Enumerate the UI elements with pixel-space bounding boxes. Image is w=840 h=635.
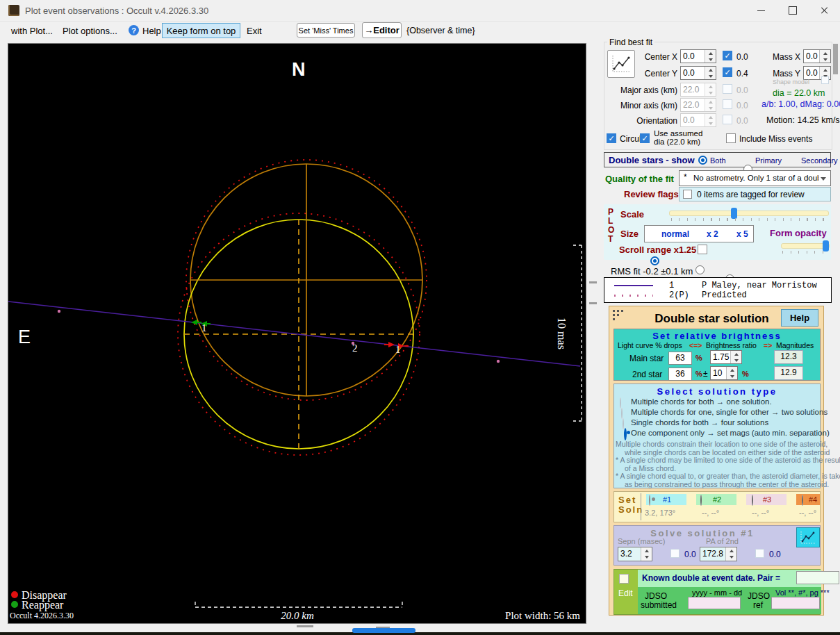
center-y-spinner[interactable]: 0.0 — [680, 66, 716, 80]
orientation-checkbox — [723, 115, 732, 124]
scale-slider-track[interactable] — [669, 211, 829, 216]
chord2-name: Predicted — [702, 290, 747, 300]
scale-label: Scale — [620, 209, 644, 220]
quality-dropdown[interactable]: * No astrometry. Only 1 star of a double — [679, 170, 831, 186]
edit-checkbox[interactable] — [619, 574, 629, 584]
second-star-pct-input[interactable]: 36 — [668, 368, 692, 381]
pa-spinner[interactable]: 172.8 — [700, 547, 737, 561]
plot-vscroll-mark[interactable] — [589, 302, 597, 304]
pa-fix-checkbox[interactable] — [755, 549, 764, 558]
arrow-both-icon: <=> — [689, 341, 702, 349]
window-title: Plot event observations : Occult v.4.202… — [25, 6, 208, 16]
reappear-legend-dot — [11, 601, 18, 608]
tolerance-spinner[interactable]: 10 — [710, 366, 738, 380]
plot-hscroll-mark[interactable] — [297, 625, 313, 627]
soln4-radio[interactable] — [802, 495, 803, 506]
chevron-down-icon — [821, 177, 826, 181]
plot-area[interactable]: 1 2 1 N E 10 mas 20.0 km Plot width: 56 … — [8, 44, 586, 623]
spinner-arrows-icon[interactable] — [726, 367, 737, 379]
brightness-title: Set relative brightness — [616, 331, 818, 341]
pair-input[interactable] — [796, 571, 839, 584]
menu-exit[interactable]: Exit — [247, 26, 262, 36]
solution-type-title: Select solution type — [616, 386, 818, 397]
radio-primary-label: Primary — [755, 156, 782, 165]
main-pct-sign: % — [695, 354, 702, 362]
circular-checkbox[interactable] — [607, 133, 616, 143]
shape-model-checkbox[interactable] — [821, 76, 829, 84]
size-x2-radio[interactable] — [695, 265, 705, 274]
soln3-radio[interactable] — [752, 495, 753, 506]
radio-both-label: Both — [710, 156, 726, 165]
jdso-submitted-input[interactable] — [688, 597, 741, 609]
spinner-arrows-icon[interactable] — [725, 547, 736, 561]
soltype-radio-2[interactable] — [621, 408, 623, 419]
note-line: Multiple chords constrain their location… — [616, 440, 818, 449]
soltype-radio-4[interactable] — [624, 428, 627, 440]
spinner-arrows-icon[interactable] — [705, 50, 716, 63]
panel-scrollbar-thumb[interactable] — [833, 44, 838, 74]
spinner-arrows-icon[interactable] — [705, 67, 716, 79]
close-button[interactable] — [808, 0, 840, 21]
ratio-spinner[interactable]: 1.75 — [710, 350, 742, 364]
size-x5-label: x 5 — [736, 229, 748, 239]
center-y-checkbox[interactable] — [723, 67, 732, 77]
soln2-radio[interactable] — [700, 495, 702, 506]
minor-axis-label: Minor axis (km) — [618, 101, 677, 110]
soltype-radio-1[interactable] — [620, 397, 621, 409]
soltype-label-1: Multiple chords for both → one solution. — [631, 397, 772, 406]
solution-type-panel: Select solution type Multiple chords for… — [613, 384, 821, 488]
main-star-pct-input[interactable]: 63 — [668, 352, 692, 365]
radio-both[interactable] — [698, 156, 707, 165]
use-assumed-checkbox[interactable] — [640, 133, 650, 143]
keep-form-on-top-button[interactable]: Keep form on top — [162, 23, 240, 38]
sepn-fix-checkbox[interactable] — [670, 549, 680, 558]
size-normal-radio[interactable] — [650, 256, 659, 265]
solve-plot-button[interactable] — [796, 527, 820, 547]
center-x-spinner[interactable]: 0.0 — [680, 49, 716, 63]
spinner-arrows-icon[interactable] — [819, 50, 830, 63]
size-normal-label: normal — [661, 229, 689, 239]
menu-help[interactable]: Help — [142, 26, 161, 36]
center-x-checkbox[interactable] — [723, 51, 732, 60]
form-opacity-label: Form opacity — [770, 228, 827, 238]
fit-plot-button[interactable] — [607, 50, 635, 78]
soltype-radio-3[interactable] — [623, 418, 624, 429]
soltype-label-4: One component only → set mags (auto min.… — [631, 429, 830, 437]
spinner-arrows-icon[interactable] — [730, 351, 741, 363]
spinner-arrows-icon[interactable] — [641, 547, 652, 561]
opacity-slider-ticks — [782, 251, 828, 254]
tol-pct-sign: % — [742, 370, 749, 378]
scroll-range-checkbox[interactable] — [698, 245, 707, 254]
include-miss-checkbox[interactable] — [726, 133, 736, 143]
jdso-ref-input[interactable] — [771, 597, 820, 609]
soln1-value: 3.2, 173° — [645, 509, 675, 517]
dss-help-button[interactable]: Help — [781, 309, 818, 327]
soln1-radio[interactable] — [649, 495, 650, 506]
orientation-spinner[interactable]: 0.0 — [680, 113, 716, 127]
editor-button[interactable]: →Editor — [362, 22, 402, 38]
opacity-slider-thumb[interactable] — [823, 240, 829, 251]
known-title: Known double at event date. Pair = — [642, 573, 780, 583]
major-axis-spinner[interactable]: 22.0 — [680, 83, 716, 97]
mass-x-spinner[interactable]: 0.0 — [803, 49, 831, 63]
sepn-spinner[interactable]: 3.2 — [618, 547, 652, 561]
sepn-label: Sepn (masec) — [618, 537, 665, 545]
dia-value: dia = 22.0 km — [773, 88, 825, 98]
plot-width-label: Plot width: 56 km — [505, 610, 580, 621]
minor-axis-spinner[interactable]: 22.0 — [680, 98, 716, 112]
scale-slider-thumb[interactable] — [731, 208, 737, 219]
minimize-button[interactable] — [745, 0, 777, 21]
set-miss-times-button[interactable]: Set 'Miss' Times — [297, 23, 355, 38]
orientation-label: Orientation — [618, 116, 677, 126]
drag-handle-icon[interactable] — [613, 310, 624, 321]
menu-with-plot[interactable]: with Plot... — [11, 26, 53, 36]
maximize-button[interactable] — [777, 0, 809, 21]
spinner-arrows-icon — [705, 83, 716, 96]
set-soln-label-2: Soln — [618, 504, 643, 515]
plot-vscroll-mark[interactable] — [589, 281, 597, 283]
dss-title: Double star solution — [648, 312, 776, 326]
menu-plot-options[interactable]: Plot options... — [63, 26, 117, 36]
review-flags-checkbox[interactable] — [683, 190, 692, 199]
soln4-value: --, --° — [799, 509, 816, 517]
solve-solution-panel: Solve solution #1 Sepn (masec) PA of 2nd… — [613, 525, 821, 566]
